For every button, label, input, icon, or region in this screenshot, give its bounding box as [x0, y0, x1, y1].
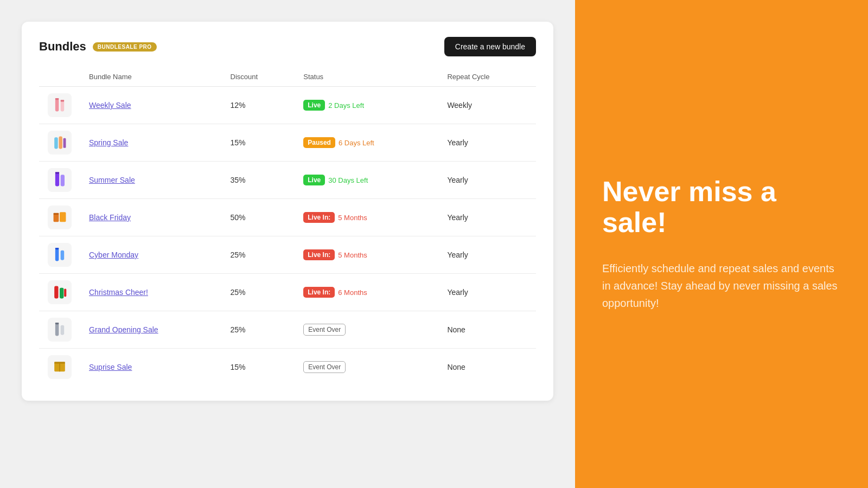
table-row: Black Friday50%Live In:5 MonthsYearly: [39, 199, 536, 236]
table-row: Cyber Monday25%Live In:5 MonthsYearly: [39, 236, 536, 274]
status-time: 2 Days Left: [328, 101, 364, 110]
svg-rect-1: [61, 101, 65, 112]
bundle-icon-cell: [39, 349, 80, 386]
bundle-name-cell: Weekly Sale: [80, 87, 222, 124]
bundle-repeat: Yearly: [438, 124, 536, 162]
status-time: 30 Days Left: [328, 176, 368, 184]
bundle-status-cell: Live In:5 Months: [295, 236, 438, 274]
bundles-card: Bundles BUNDLESALE PRO Create a new bund…: [22, 22, 553, 401]
status-badge: Live In:5 Months: [303, 249, 367, 260]
bundle-status-cell: Live2 Days Left: [295, 87, 438, 124]
svg-rect-14: [61, 251, 65, 260]
bundle-repeat: Yearly: [438, 199, 536, 236]
right-panel: Never miss a sale! Efficiently schedule …: [575, 144, 868, 344]
bundle-repeat: None: [438, 311, 536, 349]
bundle-name-link[interactable]: Grand Opening Sale: [89, 325, 158, 334]
bundle-repeat: Yearly: [438, 236, 536, 274]
bundle-name-link[interactable]: Christmas Cheer!: [89, 288, 148, 297]
bundle-repeat: Weekly: [438, 87, 536, 124]
status-badge-label: Paused: [303, 137, 335, 148]
bundle-icon-cell: [39, 311, 80, 349]
status-badge: Live2 Days Left: [303, 100, 364, 111]
col-status: Status: [295, 67, 438, 87]
svg-rect-6: [63, 138, 66, 148]
bundle-status-cell: Paused6 Days Left: [295, 124, 438, 162]
col-icon: [39, 67, 80, 87]
bundle-icon: [48, 280, 72, 304]
bundle-name-link[interactable]: Summer Sale: [89, 176, 135, 184]
svg-rect-20: [61, 325, 65, 335]
status-badge-label: Live: [303, 175, 325, 185]
svg-rect-10: [54, 214, 59, 222]
svg-rect-12: [54, 213, 59, 215]
col-discount: Discount: [222, 67, 295, 87]
bundle-icon-cell: [39, 87, 80, 124]
svg-rect-4: [54, 137, 58, 149]
bundle-name-link[interactable]: Black Friday: [89, 213, 131, 222]
bundle-name-cell: Grand Opening Sale: [80, 311, 222, 349]
table-row: Weekly Sale12%Live2 Days LeftWeekly: [39, 87, 536, 124]
bundle-icon-cell: [39, 199, 80, 236]
svg-rect-13: [55, 249, 59, 261]
svg-rect-11: [60, 212, 66, 222]
bundle-icon-cell: [39, 236, 80, 274]
status-badge: Event Over: [303, 324, 346, 336]
bundle-icon: [48, 243, 72, 267]
bundle-status-cell: Event Over: [295, 349, 438, 386]
status-time: 5 Months: [338, 214, 367, 222]
table-header-row: Bundle Name Discount Status Repeat Cycle: [39, 67, 536, 87]
bundles-table: Bundle Name Discount Status Repeat Cycle…: [39, 67, 536, 386]
status-badge-label: Live In:: [303, 287, 335, 298]
svg-rect-21: [55, 323, 59, 324]
col-bundle-name: Bundle Name: [80, 67, 222, 87]
status-time: 6 Days Left: [339, 139, 374, 147]
bundle-icon: [48, 131, 72, 155]
bundle-icon-cell: [39, 274, 80, 311]
bundle-name-cell: Suprise Sale: [80, 349, 222, 386]
bundle-name-link[interactable]: Suprise Sale: [89, 363, 132, 371]
bundle-icon: [48, 355, 72, 379]
bundle-status-cell: Live In:5 Months: [295, 199, 438, 236]
bundle-icon: [48, 168, 72, 192]
card-header: Bundles BUNDLESALE PRO Create a new bund…: [39, 37, 536, 56]
svg-rect-15: [55, 248, 59, 249]
svg-rect-9: [55, 172, 59, 174]
svg-rect-17: [60, 288, 63, 299]
page-title: Bundles: [39, 40, 86, 54]
svg-rect-19: [55, 324, 59, 336]
svg-rect-18: [64, 288, 66, 297]
svg-rect-3: [61, 100, 65, 101]
svg-rect-8: [61, 175, 65, 186]
header-left: Bundles BUNDLESALE PRO: [39, 40, 157, 54]
bundle-discount: 15%: [222, 349, 295, 386]
bundle-discount: 50%: [222, 199, 295, 236]
bundle-name-cell: Summer Sale: [80, 162, 222, 199]
status-time: 6 Months: [338, 288, 367, 297]
bundle-name-link[interactable]: Cyber Monday: [89, 251, 138, 259]
bundle-name-link[interactable]: Spring Sale: [89, 138, 128, 147]
status-badge-label: Live In:: [303, 212, 335, 223]
bundle-discount: 15%: [222, 124, 295, 162]
svg-rect-2: [55, 98, 59, 100]
bundle-icon-cell: [39, 124, 80, 162]
status-badge: Event Over: [303, 361, 346, 373]
status-badge-label: Live In:: [303, 249, 335, 260]
status-badge: Paused6 Days Left: [303, 137, 374, 148]
create-bundle-button[interactable]: Create a new bundle: [444, 37, 536, 56]
col-repeat: Repeat Cycle: [438, 67, 536, 87]
bundle-icon: [48, 206, 72, 229]
status-badge: Live In:5 Months: [303, 212, 367, 223]
svg-rect-7: [55, 173, 59, 187]
bundle-name-link[interactable]: Weekly Sale: [89, 101, 131, 110]
table-row: Suprise Sale15%Event OverNone: [39, 349, 536, 386]
left-panel: Bundles BUNDLESALE PRO Create a new bund…: [0, 0, 575, 488]
table-row: Christmas Cheer!25%Live In:6 MonthsYearl…: [39, 274, 536, 311]
bundle-discount: 25%: [222, 236, 295, 274]
status-badge: Live In:6 Months: [303, 287, 367, 298]
bundle-status-cell: Live In:6 Months: [295, 274, 438, 311]
bundle-icon-cell: [39, 162, 80, 199]
bundle-icon: [48, 93, 72, 117]
svg-rect-5: [59, 137, 62, 149]
table-row: Summer Sale35%Live30 Days LeftYearly: [39, 162, 536, 199]
status-badge-label: Event Over: [303, 324, 346, 336]
